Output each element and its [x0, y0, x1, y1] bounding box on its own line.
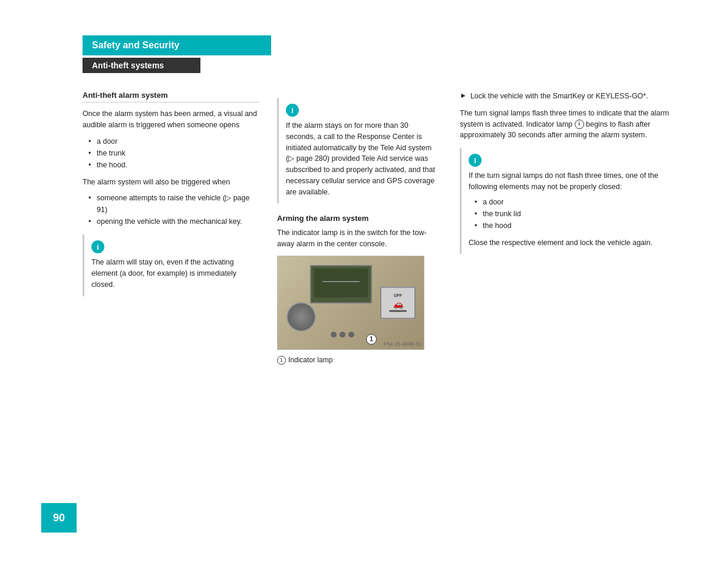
list-item: opening the vehicle with the mechanical … [88, 216, 259, 227]
list-item: a door [88, 135, 259, 147]
info-box-middle: i If the alarm stays on for more than 30… [277, 98, 442, 203]
arming-heading: Arming the alarm system [277, 214, 442, 223]
screen-line [322, 281, 360, 282]
tow-switch-line [389, 310, 407, 312]
subsection-title: Anti-theft systems [83, 58, 200, 73]
info-icon: i [91, 240, 104, 253]
close-text: Close the respective element and lock th… [469, 237, 674, 249]
console-inner: OFF 🚗 1 P54.25-4098-31 [278, 256, 424, 349]
circle-num-indicator: 1 [277, 356, 286, 365]
console-knob-area [286, 302, 325, 340]
lock-text: Lock the vehicle with the SmartKey or KE… [470, 91, 648, 102]
info-icon-middle: i [286, 104, 299, 117]
page-number-box: 90 [41, 503, 77, 533]
list-item: someone attempts to raise the vehicle (▷… [88, 192, 259, 216]
indicator-circle-inline: i [575, 120, 584, 129]
console-buttons-row [331, 332, 354, 338]
info-box-text-left: The alarm will stay on, even if the acti… [91, 257, 252, 290]
list-item: the trunk lid [475, 208, 674, 220]
middle-column: i If the alarm stays on for more than 30… [277, 91, 442, 365]
image-ref: P54.25-4098-31 [383, 341, 421, 347]
triggered-items-list: someone attempts to raise the vehicle (▷… [83, 192, 259, 227]
tow-switch-off-label: OFF [394, 293, 402, 297]
list-item: a door [475, 196, 674, 208]
btn2 [340, 332, 345, 338]
page-number: 90 [53, 512, 65, 524]
arrow-bullet: ► [460, 91, 467, 102]
arming-text: The indicator lamp is in the switch for … [277, 227, 442, 250]
not-closed-list: a door the trunk lid the hood [469, 196, 674, 232]
tow-switch-car-icon: 🚗 [393, 299, 403, 309]
also-triggered-text: The alarm system will also be triggered … [83, 177, 259, 188]
list-item: the hood [475, 220, 674, 232]
btn1 [331, 332, 337, 338]
screen-display [314, 269, 368, 297]
alarm-heading: Anti-theft alarm system [83, 91, 259, 103]
list-item: the hood. [88, 159, 259, 171]
content-columns: Anti-theft alarm system Once the alarm s… [83, 91, 681, 365]
page-container: Safety and Security Anti-theft systems A… [0, 0, 728, 562]
open-items-list: a door the trunk the hood. [83, 135, 259, 171]
info-box-text-middle: If the alarm stays on for more than 30 s… [286, 120, 435, 197]
left-column: Anti-theft alarm system Once the alarm s… [83, 91, 259, 365]
info-box-left: i The alarm will stay on, even if the ac… [83, 234, 259, 296]
info-icon-right: i [469, 154, 482, 167]
btn3 [348, 332, 354, 338]
right-column: ► Lock the vehicle with the SmartKey or … [460, 91, 681, 365]
info-box-text-right: If the turn signal lamps do not flash th… [469, 170, 674, 193]
header-block: Safety and Security Anti-theft systems [83, 35, 681, 73]
tow-switch-box: OFF 🚗 [380, 286, 416, 319]
turn-signal-text: The turn signal lamps flash three times … [460, 108, 681, 141]
intro-text: Once the alarm system has been armed, a … [83, 108, 259, 131]
label-num: 1 [366, 334, 377, 345]
console-screen [310, 265, 372, 303]
console-knob [286, 302, 316, 332]
arrow-item-lock: ► Lock the vehicle with the SmartKey or … [460, 91, 681, 102]
list-item: the trunk [88, 147, 259, 159]
console-image: OFF 🚗 1 P54.25-4098-31 [277, 256, 424, 350]
section-title: Safety and Security [83, 35, 271, 55]
indicator-label-row: 1 Indicator lamp [277, 356, 442, 365]
indicator-label-text: Indicator lamp [288, 356, 332, 364]
info-box-right: i If the turn signal lamps do not flash … [460, 148, 681, 254]
